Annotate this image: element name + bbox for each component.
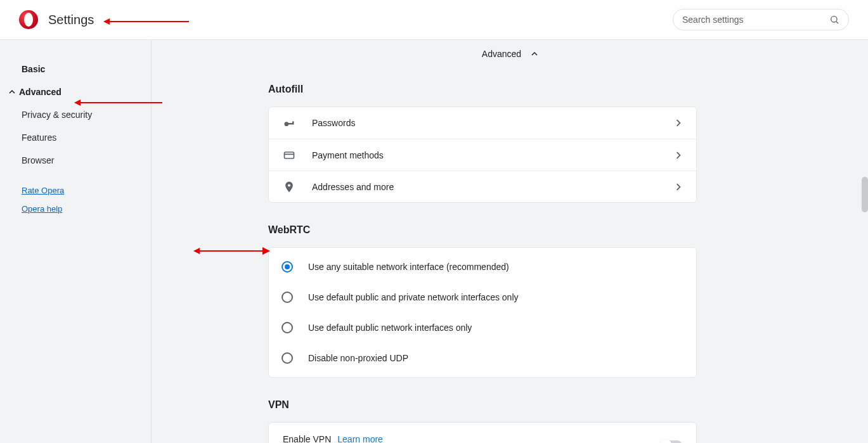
autofill-card: Passwords Payment methods: [268, 106, 697, 203]
sidebar-sub-features[interactable]: Features: [0, 126, 151, 149]
autofill-row-passwords[interactable]: Passwords: [269, 107, 696, 139]
section-title-vpn: VPN: [268, 399, 697, 411]
row-label: Passwords: [312, 118, 658, 128]
webrtc-option-3[interactable]: Disable non-proxied UDP: [269, 343, 696, 373]
svg-line-1: [836, 22, 838, 23]
search-icon: [829, 15, 839, 25]
sidebar: Basic Advanced Privacy & security Featur…: [0, 40, 152, 443]
radio-label: Use default public and private network i…: [308, 292, 519, 302]
sidebar-item-label: Advanced: [19, 87, 62, 97]
section-title-autofill: Autofill: [268, 84, 697, 95]
radio-icon[interactable]: [282, 352, 293, 364]
advanced-collapse-bar[interactable]: Advanced: [152, 43, 868, 65]
sidebar-item-advanced[interactable]: Advanced: [0, 80, 151, 103]
webrtc-option-0[interactable]: Use any suitable network interface (reco…: [269, 252, 696, 282]
webrtc-option-1[interactable]: Use default public and private network i…: [269, 282, 696, 312]
radio-icon[interactable]: [282, 322, 293, 333]
radio-icon[interactable]: [282, 292, 293, 303]
chevron-right-icon: [675, 151, 682, 159]
card-icon: [283, 149, 295, 162]
svg-point-7: [288, 184, 290, 186]
header: Settings: [0, 0, 868, 40]
section-title-webrtc: WebRTC: [268, 224, 697, 236]
row-label: Payment methods: [312, 150, 658, 160]
content-area: Advanced Autofill Passwords: [152, 40, 868, 443]
scrollbar-thumb[interactable]: [862, 177, 868, 212]
vpn-card: Enable VPN Learn more Browse with VPN to…: [268, 422, 697, 443]
chevron-right-icon: [675, 183, 682, 191]
svg-rect-3: [288, 123, 294, 125]
chevron-right-icon: [675, 119, 682, 127]
vpn-learn-more-link[interactable]: Learn more: [337, 434, 383, 443]
radio-label: Disable non-proxied UDP: [308, 353, 408, 363]
radio-label: Use any suitable network interface (reco…: [308, 262, 509, 272]
svg-point-2: [285, 122, 289, 126]
autofill-row-payment[interactable]: Payment methods: [269, 139, 696, 170]
advanced-bar-label: Advanced: [482, 49, 521, 59]
sidebar-link-rate[interactable]: Rate Opera: [22, 186, 151, 195]
opera-logo-icon: [19, 10, 38, 29]
svg-rect-4: [292, 122, 294, 124]
vpn-toggle[interactable]: [659, 440, 682, 444]
svg-point-0: [831, 16, 837, 22]
webrtc-card: Use any suitable network interface (reco…: [268, 247, 697, 378]
pin-icon: [283, 181, 295, 193]
sidebar-link-help[interactable]: Opera help: [22, 204, 151, 214]
page-title: Settings: [48, 13, 94, 27]
radio-label: Use default public network interfaces on…: [308, 323, 472, 333]
search-field[interactable]: [673, 9, 849, 30]
caret-up-icon: [531, 51, 538, 57]
autofill-row-addresses[interactable]: Addresses and more: [269, 170, 696, 202]
vpn-enable-label: Enable VPN: [283, 434, 331, 443]
caret-up-icon: [9, 89, 15, 95]
row-label: Addresses and more: [312, 182, 658, 192]
svg-rect-5: [285, 152, 294, 158]
webrtc-option-2[interactable]: Use default public network interfaces on…: [269, 312, 696, 343]
radio-icon[interactable]: [282, 261, 293, 273]
key-icon: [283, 117, 295, 129]
search-input[interactable]: [682, 15, 829, 25]
sidebar-sub-browser[interactable]: Browser: [0, 149, 151, 172]
sidebar-sub-privacy[interactable]: Privacy & security: [0, 103, 151, 126]
sidebar-item-basic[interactable]: Basic: [0, 58, 151, 80]
